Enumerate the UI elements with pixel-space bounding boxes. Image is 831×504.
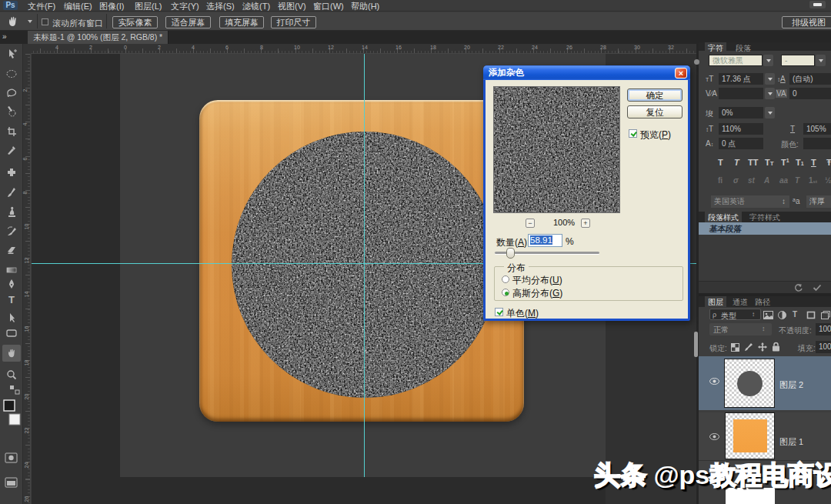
svg-text:T: T: [8, 294, 15, 305]
